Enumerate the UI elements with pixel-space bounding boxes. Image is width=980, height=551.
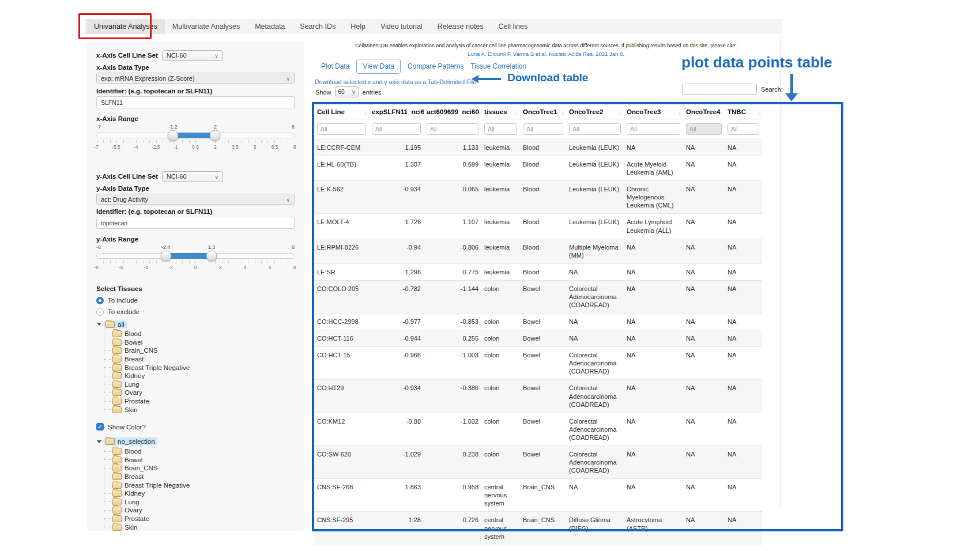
tree-node-lung[interactable]: Lung — [112, 380, 295, 389]
slider-handle-lower[interactable] — [168, 130, 179, 141]
x-range-slider[interactable]: -78-1.22-7-5.5-4-2.5-10.523.556.58 — [96, 124, 295, 150]
filter-input-act609699-nci60[interactable] — [427, 123, 478, 135]
slider-handle-lower[interactable] — [160, 251, 171, 262]
y-data-type-select[interactable]: act: Drug Activity — [96, 194, 295, 205]
table-row-cns-sf-268[interactable]: CNS:SF-2681.8630.958central nervous syst… — [314, 479, 762, 512]
slider-track[interactable] — [96, 133, 295, 138]
filter-input-tnbc[interactable] — [728, 123, 759, 135]
tree-node-skin[interactable]: Skin — [112, 405, 295, 414]
folder-icon — [112, 381, 122, 388]
sort-arrows-icon[interactable] — [515, 110, 518, 116]
tree-node-lung[interactable]: Lung — [112, 498, 295, 507]
sort-arrows-icon[interactable] — [619, 110, 622, 116]
radio-to-include[interactable]: To include — [96, 295, 295, 305]
filter-input-expslfn11-nci60[interactable] — [372, 123, 421, 135]
table-row-le-rpmi-8226[interactable]: LE:RPMI-8226-0.94-0.806leukemiaBloodMult… — [314, 239, 762, 263]
caret-down-icon[interactable] — [97, 440, 101, 443]
sort-arrows-icon[interactable] — [561, 110, 564, 116]
tab-plot-data[interactable]: Plot Data — [321, 59, 349, 73]
filter-input-tissues[interactable] — [484, 123, 517, 135]
tree-node-breast-triple-negative[interactable]: Breast Triple Negative — [112, 481, 295, 489]
y-cell-line-set-select[interactable]: NCI-60 — [162, 171, 223, 182]
column-header-tnbc[interactable]: TNBC — [725, 104, 762, 119]
tree-node-blood[interactable]: Blood — [112, 330, 295, 338]
show-color-checkbox[interactable]: Show Color? — [96, 422, 295, 432]
sort-arrows-icon[interactable] — [719, 110, 723, 116]
tree-node-prostate[interactable]: Prostate — [112, 397, 295, 406]
table-row-co-hcc-2998[interactable]: CO:HCC-2998-0.977-0.853colonBowelNANANAN… — [314, 314, 762, 330]
column-header-oncotree3[interactable]: OncoTree3 — [624, 104, 683, 119]
filter-input-oncotree2[interactable] — [569, 123, 621, 135]
nav-item-univariate-analyses[interactable]: Univariate Analyses — [86, 19, 165, 34]
column-header-cell-line[interactable]: Cell Line — [314, 104, 369, 119]
column-header-oncotree1[interactable]: OncoTree1 — [520, 104, 566, 119]
radio-to-exclude[interactable]: To exclude — [96, 307, 295, 317]
tree-node-blood[interactable]: Blood — [112, 447, 295, 456]
column-header-oncotree2[interactable]: OncoTree2 — [566, 104, 624, 119]
tree-node-no-selection[interactable]: no_selection — [104, 437, 157, 446]
column-header-oncotree4[interactable]: OncoTree4 — [683, 104, 725, 119]
table-row-co-sw-620[interactable]: CO:SW-620-1.0290.238colonBowelColorectal… — [314, 446, 762, 478]
table-row-co-hct-15[interactable]: CO:HCT-15-0.966-1.003colonBowelColorecta… — [314, 347, 762, 380]
table-row-le-sr[interactable]: LE:SR1.2960.775leukemiaBloodNANANANA — [314, 263, 762, 280]
filter-input-cell-line[interactable] — [317, 123, 366, 135]
table-row-cns-sf-295[interactable]: CNS:SF-2951.280.726central nervous syste… — [314, 512, 762, 545]
nav-item-search-ids[interactable]: Search IDs — [292, 19, 343, 34]
table-row-co-colo-205[interactable]: CO:COLO 205-0.782-1.144colonBowelColorec… — [314, 280, 762, 313]
column-header-expslfn11-nci60[interactable]: expSLFN11_nci60 — [369, 104, 424, 119]
sort-arrows-icon[interactable] — [757, 110, 760, 116]
sort-arrows-icon[interactable] — [419, 110, 422, 116]
tree-node-breast[interactable]: Breast — [112, 355, 295, 364]
table-row-le-molt-4[interactable]: LE:MOLT-41.7261.107leukemiaBloodLeukemia… — [314, 214, 762, 239]
folder-icon — [112, 465, 122, 471]
tree-node-kidney[interactable]: Kidney — [112, 489, 295, 498]
filter-input-oncotree1[interactable] — [523, 123, 563, 135]
y-range-slider[interactable]: -88-2.41.3-8-6-4-202468 — [96, 244, 295, 270]
nav-item-cell-lines[interactable]: Cell lines — [491, 19, 536, 34]
tree-node-bowel[interactable]: Bowel — [112, 338, 295, 347]
sort-arrows-icon[interactable] — [678, 110, 681, 116]
tab-view-data[interactable]: View Data — [356, 59, 400, 74]
filter-input-oncotree4[interactable] — [686, 123, 722, 135]
x-data-type-select[interactable]: exp: mRNA Expression (Z-Score) — [96, 73, 295, 84]
slider-handle-upper[interactable] — [206, 251, 217, 262]
table-row-le-k-562[interactable]: LE:K-562-0.9340.065leukemiaBloodLeukemia… — [314, 181, 762, 214]
tree-node-skin[interactable]: Skin — [112, 523, 295, 531]
tree-node-ovary[interactable]: Ovary — [112, 506, 295, 515]
caret-down-icon[interactable] — [97, 323, 101, 326]
table-row-le-ccrf-cem[interactable]: LE:CCRF-CEM1.1951.133leukemiaBloodLeukem… — [314, 139, 762, 156]
download-link[interactable]: Download selected x and y axis data as a… — [315, 78, 476, 85]
table-row-le-hl-60-tb[interactable]: LE:HL-60(TB)1.3070.699leukemiaBloodLeuke… — [314, 156, 762, 181]
column-header-tissues[interactable]: tissues — [481, 104, 520, 119]
nav-item-release-notes[interactable]: Release notes — [430, 19, 491, 34]
tree-node-all[interactable]: all — [104, 320, 127, 329]
table-row-co-hct-116[interactable]: CO:HCT-116-0.9440.255colonBowelNANANANA — [314, 330, 762, 347]
x-cell-line-set-select[interactable]: NCI-60 — [162, 50, 223, 61]
sort-arrows-icon[interactable] — [476, 110, 480, 116]
entries-select[interactable]: 60 — [335, 86, 359, 97]
y-identifier-input[interactable] — [96, 217, 295, 229]
nav-item-metadata[interactable]: Metadata — [247, 19, 292, 34]
nav-item-video-tutorial[interactable]: Video tutorial — [373, 19, 430, 34]
tree-node-ovary[interactable]: Ovary — [112, 388, 295, 397]
tree-node-breast[interactable]: Breast — [112, 473, 295, 481]
table-row-co-ht29[interactable]: CO:HT29-0.934-0.386colonBowelColorectal … — [314, 380, 762, 413]
tree-node-prostate[interactable]: Prostate — [112, 515, 295, 523]
slider-track[interactable] — [96, 253, 295, 259]
slider-handle-upper[interactable] — [210, 130, 221, 141]
tree-node-bowel[interactable]: Bowel — [112, 456, 295, 465]
tab-compare-patterns[interactable]: Compare Patterns — [408, 59, 463, 73]
tree-node-brain-cns[interactable]: Brain_CNS — [112, 464, 295, 473]
tree-node-brain-cns[interactable]: Brain_CNS — [112, 346, 295, 355]
table-row-co-km12[interactable]: CO:KM12-0.88-1.032colonBowelColorectal A… — [314, 413, 762, 446]
nav-item-multivariate-analyses[interactable]: Multivariate Analyses — [165, 19, 247, 34]
filter-input-oncotree3[interactable] — [627, 123, 680, 135]
search-input[interactable] — [682, 84, 757, 95]
tree-node-breast-triple-negative[interactable]: Breast Triple Negative — [112, 363, 295, 372]
x-identifier-input[interactable] — [96, 96, 295, 108]
sort-arrows-icon[interactable] — [364, 110, 367, 116]
column-header-act609699-nci60[interactable]: act609699_nci60 — [424, 104, 481, 119]
tree-node-kidney[interactable]: Kidney — [112, 372, 295, 380]
cell-expslfn11-nci60: -0.944 — [369, 330, 424, 347]
nav-item-help[interactable]: Help — [343, 19, 373, 34]
